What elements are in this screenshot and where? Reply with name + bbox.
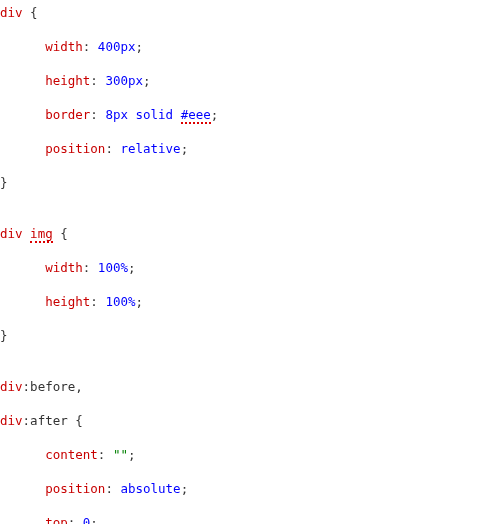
token-p: ;: [181, 481, 189, 496]
css-code-block: div { width: 400px; height: 300px; borde…: [0, 0, 500, 524]
token-p: ;: [181, 141, 189, 156]
declaration-line: border: 8px solid #eee;: [0, 106, 500, 123]
selector-line: div {: [0, 4, 500, 21]
token-num: 8px: [105, 107, 128, 122]
declaration-line: position: absolute;: [0, 480, 500, 497]
token-num: 300px: [105, 73, 143, 88]
token-p: ;: [128, 447, 136, 462]
token-p: :after {: [23, 413, 83, 428]
declaration-line: content: "";: [0, 446, 500, 463]
token-p: ;: [128, 260, 136, 275]
token-p: :: [68, 515, 83, 524]
token-p: ;: [143, 73, 151, 88]
declaration-line: height: 100%;: [0, 293, 500, 310]
token-prop: height: [45, 294, 90, 309]
token-p: }: [0, 328, 8, 343]
token-p: :: [90, 107, 105, 122]
selector-line: div img {: [0, 225, 500, 242]
declaration-line: top: 0;: [0, 514, 500, 524]
token-sel: div: [0, 5, 23, 20]
token-p: {: [53, 226, 68, 241]
token-prop: height: [45, 73, 90, 88]
close-brace-line: }: [0, 327, 500, 344]
token-num: 100%: [98, 260, 128, 275]
token-kw: relative: [120, 141, 180, 156]
token-prop: width: [45, 260, 83, 275]
token-num: 100%: [105, 294, 135, 309]
token-sel: div: [0, 413, 23, 428]
selector-line: div:before,: [0, 378, 500, 395]
token-sel: div: [0, 379, 23, 394]
token-num: 400px: [98, 39, 136, 54]
token-p: :: [83, 260, 98, 275]
selector-line: div:after {: [0, 412, 500, 429]
token-p: ;: [211, 107, 219, 122]
token-kw: absolute: [120, 481, 180, 496]
declaration-line: width: 400px;: [0, 38, 500, 55]
declaration-line: width: 100%;: [0, 259, 500, 276]
token-p: :before,: [23, 379, 83, 394]
token-hex: #eee: [181, 107, 211, 124]
token-prop: content: [45, 447, 98, 462]
declaration-line: position: relative;: [0, 140, 500, 157]
token-p: ;: [90, 515, 98, 524]
token-p: :: [105, 481, 120, 496]
token-prop: position: [45, 481, 105, 496]
declaration-line: height: 300px;: [0, 72, 500, 89]
token-prop: width: [45, 39, 83, 54]
close-brace-line: }: [0, 174, 500, 191]
token-kw: solid: [135, 107, 173, 122]
token-p: [23, 226, 31, 241]
token-prop: position: [45, 141, 105, 156]
token-p: :: [105, 141, 120, 156]
token-prop: top: [45, 515, 68, 524]
token-sel: div: [0, 226, 23, 241]
token-p: {: [23, 5, 38, 20]
token-p: ;: [135, 294, 143, 309]
token-p: :: [90, 294, 105, 309]
token-p: :: [98, 447, 113, 462]
token-p: :: [83, 39, 98, 54]
token-p: [173, 107, 181, 122]
token-p: :: [90, 73, 105, 88]
token-sel: img: [30, 226, 53, 243]
token-str: "": [113, 447, 128, 462]
token-p: }: [0, 175, 8, 190]
token-p: ;: [136, 39, 144, 54]
token-prop: border: [45, 107, 90, 122]
